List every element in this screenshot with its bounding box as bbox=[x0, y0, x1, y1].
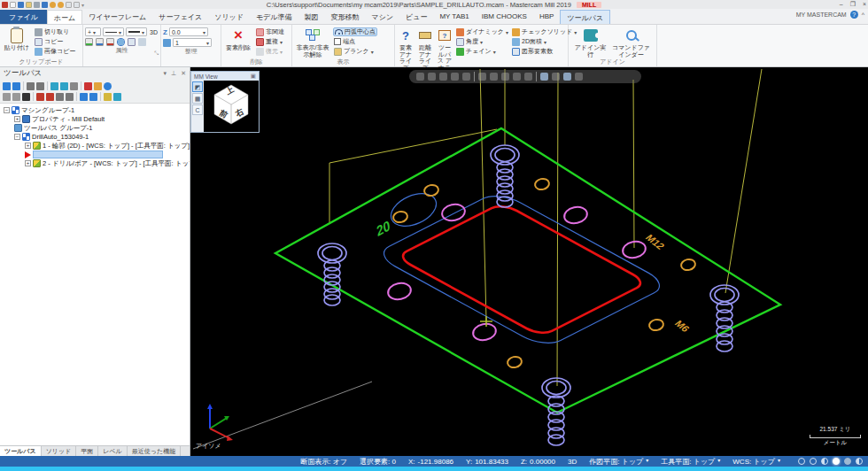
tree-item-toolpath-group[interactable]: ツールパス グループ-1 bbox=[0, 124, 190, 132]
mode-2d3d-toggle[interactable]: 3D bbox=[568, 458, 577, 466]
my-mastercam-link[interactable]: MY MASTERCAM bbox=[796, 12, 847, 18]
select-all-operations-icon[interactable] bbox=[3, 82, 11, 90]
redo-icon[interactable] bbox=[58, 2, 64, 8]
analyze-angle-button[interactable]: 角度▾ bbox=[455, 37, 509, 46]
select-window-icon[interactable] bbox=[428, 73, 436, 81]
insert-position-row[interactable] bbox=[0, 151, 190, 158]
cplane-selector[interactable]: 作図平面: トップ▾ bbox=[589, 457, 648, 467]
material-icon[interactable] bbox=[117, 38, 125, 46]
select-invalid-operations-icon[interactable] bbox=[12, 82, 20, 90]
move-up-icon[interactable] bbox=[46, 93, 54, 101]
section-view-status[interactable]: 断面表示: オフ bbox=[300, 457, 347, 467]
minimize-button[interactable]: – bbox=[840, 1, 843, 8]
highfeed-icon[interactable] bbox=[94, 82, 102, 90]
post-icon[interactable] bbox=[84, 82, 92, 90]
regenerate-all-icon[interactable] bbox=[36, 82, 44, 90]
tree-item-operation-2[interactable]: + 2 - ドリル/ボア - [WCS: トップ] - [工具平面: トップ] bbox=[0, 159, 190, 167]
select-chain-icon[interactable] bbox=[462, 73, 470, 81]
point-style-combo[interactable]: +▾ bbox=[85, 27, 101, 36]
shading-on-icon[interactable] bbox=[833, 458, 840, 465]
maximize-button[interactable]: ❐ bbox=[850, 1, 856, 8]
save-as-icon[interactable] bbox=[42, 2, 48, 8]
select-last-icon[interactable] bbox=[540, 73, 548, 81]
collapse-icon[interactable]: − bbox=[14, 134, 20, 140]
collapse-icon[interactable]: − bbox=[4, 107, 10, 113]
command-finder-button[interactable]: コマンドファインダー bbox=[610, 26, 653, 58]
paste-button[interactable]: 貼り付け bbox=[2, 26, 32, 58]
tab-toolpaths-manager[interactable]: ツールパス bbox=[0, 446, 42, 456]
tab-transform[interactable]: 変形移動 bbox=[325, 10, 366, 24]
tab-surfaces[interactable]: サーフェイス bbox=[152, 10, 208, 24]
endpoints-toggle[interactable]: 端点 bbox=[333, 37, 377, 46]
view-cube-close-icon[interactable]: ▣ bbox=[251, 73, 256, 80]
wireframe-color-icon[interactable] bbox=[85, 38, 93, 46]
tab-machine[interactable]: マシン bbox=[366, 10, 400, 24]
scroll-insert-icon[interactable] bbox=[66, 93, 74, 101]
holes-orange[interactable] bbox=[392, 177, 696, 368]
axes-mode-button[interactable]: ▦ bbox=[192, 93, 203, 104]
tab-toolpaths[interactable]: ツールパス bbox=[560, 10, 610, 24]
copy-button[interactable]: コピー bbox=[34, 37, 76, 46]
select-wireframe-icon[interactable] bbox=[490, 73, 498, 81]
batch-icon[interactable] bbox=[104, 93, 112, 101]
wcs-selector[interactable]: WCS: トップ▾ bbox=[732, 457, 780, 467]
tab-levels-manager[interactable]: レベル bbox=[98, 446, 128, 456]
only-post-selected-icon[interactable] bbox=[89, 93, 97, 101]
cut-button[interactable]: 切り取り bbox=[34, 27, 76, 36]
backplot-icon[interactable] bbox=[50, 82, 58, 90]
tab-recent-functions[interactable]: 最近使った機能 bbox=[128, 446, 181, 456]
solid-color-icon[interactable] bbox=[106, 38, 114, 46]
open-icon[interactable] bbox=[26, 2, 32, 8]
tab-drafting[interactable]: 製図 bbox=[298, 10, 325, 24]
tab-model-prep[interactable]: モデル準備 bbox=[250, 10, 298, 24]
print-icon[interactable] bbox=[34, 2, 40, 8]
translucency-icon[interactable] bbox=[856, 458, 863, 465]
axes-toggle-icon[interactable] bbox=[810, 458, 817, 465]
gnomon-toggle-icon[interactable] bbox=[798, 458, 805, 465]
image-copy-button[interactable]: 画像コピー bbox=[34, 47, 76, 56]
z-depth-combo[interactable]: 0.0▾ bbox=[169, 27, 208, 36]
analyze-dynamic-button[interactable]: ダイナミック▾ bbox=[455, 27, 509, 36]
tplane-selector[interactable]: 工具平面: トップ▾ bbox=[661, 457, 720, 467]
attributes-dialog-launcher[interactable]: ⤡ bbox=[154, 50, 159, 57]
toolpath-options-icon[interactable] bbox=[104, 82, 112, 90]
toggle-display-icon[interactable] bbox=[12, 93, 20, 101]
selection-options-icon[interactable] bbox=[575, 73, 583, 81]
line-width-combo[interactable]: ▾ bbox=[126, 27, 147, 36]
match-attributes-icon[interactable] bbox=[128, 38, 136, 46]
regenerate-selected-icon[interactable] bbox=[27, 82, 35, 90]
insert-arrow-icon[interactable] bbox=[56, 93, 64, 101]
lock-icon[interactable] bbox=[3, 93, 11, 101]
panel-pin-icon[interactable]: ⊥ bbox=[171, 70, 176, 77]
select-solid-icon[interactable] bbox=[501, 73, 509, 81]
ribbon-collapse-icon[interactable]: ^ bbox=[862, 12, 864, 18]
select-all-icon[interactable] bbox=[552, 73, 560, 81]
tab-ibm-chooks[interactable]: IBM CHOOKS bbox=[476, 10, 533, 24]
tree-item-properties[interactable]: + プロパティ - Mill Default bbox=[0, 115, 190, 123]
hide-unhide-button[interactable]: 非表示/非表示解除 bbox=[294, 26, 331, 58]
tab-wireframe[interactable]: ワイヤーフレーム bbox=[82, 10, 152, 24]
close-button[interactable]: × bbox=[863, 1, 866, 8]
refresh-icon[interactable] bbox=[113, 93, 121, 101]
grid-toggle-icon[interactable] bbox=[821, 458, 828, 465]
unzoom-icon[interactable] bbox=[74, 2, 80, 8]
select-single-icon[interactable] bbox=[451, 73, 459, 81]
only-display-selected-icon[interactable] bbox=[80, 93, 88, 101]
panel-menu-icon[interactable]: ▾ bbox=[164, 70, 167, 77]
qat-customize-icon[interactable]: ▾ bbox=[81, 2, 84, 8]
analyze-chain-button[interactable]: チェイン▾ bbox=[455, 47, 509, 56]
select-vertex-icon[interactable] bbox=[478, 73, 486, 81]
select-face-icon[interactable] bbox=[513, 73, 521, 81]
tree-item-operation-1[interactable]: + 1 - 輪郭 (2D) - [WCS: トップ] - [工具平面: トップ] bbox=[0, 142, 190, 150]
delete-non-associative-button[interactable]: 非関連 bbox=[255, 27, 285, 36]
cube-mode-button[interactable]: ◩ bbox=[192, 81, 203, 92]
arc-center-points-toggle[interactable]: 円弧中心点 bbox=[333, 27, 377, 36]
new-file-icon[interactable] bbox=[10, 2, 16, 8]
tab-home[interactable]: ホーム bbox=[47, 10, 82, 24]
contour-geometry-red[interactable] bbox=[396, 203, 647, 336]
select-arrow-icon[interactable] bbox=[416, 73, 424, 81]
select-body-icon[interactable] bbox=[524, 73, 532, 81]
move-down-icon[interactable] bbox=[36, 93, 44, 101]
clear-selection-icon[interactable] bbox=[563, 73, 571, 81]
tab-solids[interactable]: ソリッド bbox=[208, 10, 250, 24]
